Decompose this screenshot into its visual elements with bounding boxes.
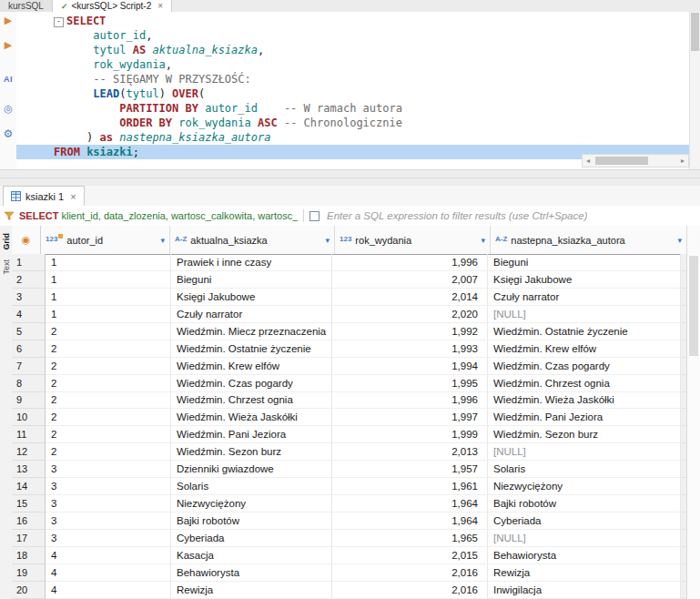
table-cell[interactable]: 2,016 <box>332 582 488 599</box>
table-cell[interactable]: Bieguni <box>171 271 332 289</box>
table-cell[interactable]: Rewizja <box>171 582 332 599</box>
table-cell[interactable]: Bieguni <box>488 254 681 271</box>
table-cell[interactable]: 1 <box>46 289 171 306</box>
scrollbar-thumb[interactable] <box>691 13 699 51</box>
sort-dropdown-icon[interactable]: ▾ <box>321 236 330 245</box>
table-cell[interactable]: Cyberiada <box>488 513 681 530</box>
table-cell[interactable]: 2 <box>46 323 171 340</box>
table-cell[interactable]: Niezwyciężony <box>171 495 332 513</box>
table-cell[interactable]: Rewizja <box>488 564 681 582</box>
row-number[interactable]: 15 <box>12 495 46 513</box>
code-line[interactable]: ) as nastepna_ksiazka_autora <box>16 130 690 145</box>
result-tab-ksiazki[interactable]: ksiazki 1 × <box>3 186 85 206</box>
table-cell[interactable]: Solaris <box>171 478 332 495</box>
table-cell[interactable]: 2,013 <box>332 443 488 461</box>
table-cell[interactable]: Behawiorysta <box>171 564 332 582</box>
row-number[interactable]: 10 <box>12 409 46 426</box>
table-cell[interactable]: 1,964 <box>332 495 488 513</box>
row-number[interactable]: 13 <box>12 461 46 478</box>
editor-horizontal-scrollbar[interactable]: ◂ ▸ <box>582 154 689 168</box>
view-tab-text[interactable]: Text <box>2 259 11 275</box>
table-cell[interactable]: Czuły narrator <box>488 289 681 306</box>
table-cell[interactable]: Bajki robotów <box>171 513 332 530</box>
table-cell[interactable]: 4 <box>46 547 171 564</box>
table-cell[interactable]: 1,993 <box>332 340 488 358</box>
sort-dropdown-icon[interactable]: ▾ <box>674 236 682 245</box>
table-cell[interactable]: Bajki robotów <box>488 495 681 513</box>
table-cell[interactable]: 1,994 <box>332 358 488 375</box>
close-icon[interactable]: × <box>157 1 163 11</box>
table-cell[interactable]: Wiedźmin. Czas pogardy <box>171 375 332 392</box>
row-number[interactable]: 5 <box>12 323 46 340</box>
table-cell[interactable]: Wiedźmin. Sezon burz <box>171 443 332 461</box>
table-cell[interactable]: Prawiek i inne czasy <box>171 254 332 271</box>
table-cell[interactable]: Wiedźmin. Krew elfów <box>488 340 681 358</box>
row-number[interactable]: 14 <box>12 478 46 495</box>
code-line[interactable]: autor_id, <box>16 28 690 43</box>
table-cell[interactable]: 2 <box>46 340 171 358</box>
column-header-autor_id[interactable]: 123autor_id▾ <box>41 226 170 254</box>
code-line[interactable]: -SELECT <box>16 14 690 28</box>
execute-icon[interactable]: ▶ <box>5 15 12 25</box>
table-cell[interactable]: 2 <box>46 443 171 461</box>
table-cell[interactable]: Cyberiada <box>171 530 332 547</box>
row-number[interactable]: 11 <box>12 426 46 443</box>
table-cell[interactable]: Kasacja <box>171 547 332 564</box>
table-cell[interactable]: Wiedźmin. Krew elfów <box>171 358 332 375</box>
table-cell[interactable]: Behawiorysta <box>488 547 681 564</box>
table-cell[interactable]: 3 <box>46 495 171 513</box>
table-cell[interactable]: 2 <box>46 392 171 410</box>
table-cell[interactable]: 2,007 <box>332 271 488 289</box>
code-area[interactable]: -SELECT autor_id, tytul AS aktualna_ksia… <box>16 12 690 169</box>
table-cell[interactable]: 1,957 <box>332 461 488 478</box>
code-line[interactable]: LEAD(tytul) OVER( <box>16 86 690 101</box>
table-cell[interactable]: [NULL] <box>488 530 681 547</box>
table-cell[interactable]: Księgi Jakubowe <box>171 289 332 306</box>
row-number[interactable]: 12 <box>12 443 46 461</box>
column-header-rok_wydania[interactable]: 123rok_wydania▾ <box>335 226 491 254</box>
select-all-corner[interactable]: ◉ <box>12 226 41 254</box>
open-filter-editor-icon[interactable] <box>309 211 320 221</box>
table-cell[interactable]: 1,995 <box>332 375 488 392</box>
filter-icon[interactable] <box>4 210 15 221</box>
sort-dropdown-icon[interactable]: ▾ <box>477 236 485 245</box>
code-line[interactable]: -- SIĘGAMY W PRZYSZŁOŚĆ: <box>16 72 690 86</box>
execute-script-icon[interactable]: ▶ <box>5 39 12 50</box>
table-cell[interactable]: 4 <box>46 564 171 582</box>
table-cell[interactable]: Wiedźmin. Czas pogardy <box>488 358 681 375</box>
table-cell[interactable]: Wiedźmin. Miecz przeznaczenia <box>171 323 332 340</box>
row-number[interactable]: 1 <box>12 254 46 271</box>
scroll-left-icon[interactable]: ◂ <box>583 157 593 165</box>
table-cell[interactable]: Czuły narrator <box>171 306 332 323</box>
show-output-icon[interactable]: ◎ <box>4 103 13 114</box>
table-cell[interactable]: 2 <box>46 358 171 375</box>
table-cell[interactable]: 3 <box>46 461 171 478</box>
row-number[interactable]: 7 <box>12 358 46 375</box>
table-cell[interactable]: Wiedźmin. Chrzest ognia <box>488 375 681 392</box>
table-cell[interactable]: [NULL] <box>488 443 681 461</box>
table-cell[interactable]: Inwigilacja <box>488 582 681 599</box>
table-cell[interactable]: Dzienniki gwiazdowe <box>171 461 332 478</box>
scrollbar-thumb[interactable] <box>689 256 698 356</box>
table-cell[interactable]: 1,996 <box>332 254 488 271</box>
table-cell[interactable]: 1,961 <box>332 478 488 495</box>
code-line[interactable]: PARTITION BY autor_id -- W ramach autora <box>16 101 690 116</box>
table-cell[interactable]: Wiedźmin. Ostatnie życzenie <box>171 340 332 358</box>
table-cell[interactable]: 1 <box>46 271 171 289</box>
tab-script-2[interactable]: ✓ <kursSQL> Script-2 × <box>53 0 172 12</box>
table-cell[interactable]: 1,965 <box>332 530 488 547</box>
table-cell[interactable]: Wiedźmin. Sezon burz <box>488 426 681 443</box>
table-cell[interactable]: Niezwyciężony <box>488 478 681 495</box>
scrollbar-thumb[interactable] <box>595 157 648 165</box>
table-cell[interactable]: 2,014 <box>332 289 488 306</box>
row-number[interactable]: 18 <box>12 547 46 564</box>
table-cell[interactable]: 3 <box>46 513 171 530</box>
sort-dropdown-icon[interactable]: ▾ <box>157 236 165 245</box>
table-cell[interactable]: 1,996 <box>332 392 488 410</box>
view-tab-grid[interactable]: Grid <box>2 233 11 250</box>
row-number[interactable]: 17 <box>12 530 46 547</box>
table-cell[interactable]: 2,020 <box>332 306 488 323</box>
column-header-aktualna_ksiazka[interactable]: A-Zaktualna_ksiazka▾ <box>170 226 335 254</box>
row-number[interactable]: 19 <box>12 564 46 582</box>
table-cell[interactable]: Wiedźmin. Wieża Jaskółki <box>171 409 332 426</box>
